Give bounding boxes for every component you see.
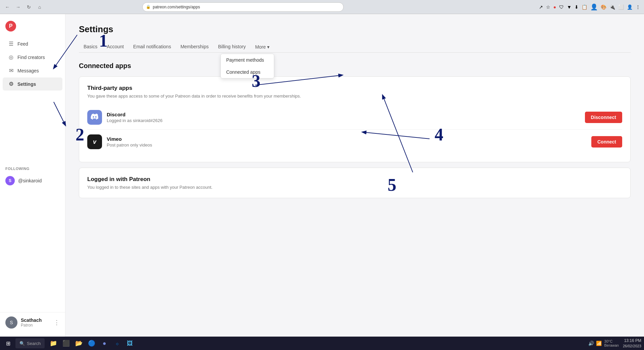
chrome-icon: 🔵 — [88, 340, 95, 347]
profile-icon[interactable]: 👤 — [626, 3, 634, 11]
clock-date: 26/02/2023 — [623, 344, 641, 349]
home-button[interactable]: ⌂ — [35, 2, 44, 12]
sidebar-item-find-creators[interactable]: ◎ Find creators — [3, 51, 62, 64]
patreon-logo[interactable]: P — [5, 21, 16, 32]
volume-icon[interactable]: 🔊 — [588, 341, 594, 346]
taskbar-app-explorer[interactable]: 📂 — [73, 337, 85, 349]
clock-time: 13:16 PM — [623, 338, 641, 344]
star-icon[interactable]: ☆ — [545, 3, 551, 11]
sidebar-item-label: Find creators — [17, 55, 45, 60]
ext-icon-7[interactable]: 🎨 — [600, 3, 607, 11]
sidebar-item-messages[interactable]: ✉ Messages — [3, 64, 62, 77]
taskbar-app-vscode[interactable]: ⬦ — [111, 337, 123, 349]
taskbar-search-label: Search — [27, 341, 41, 346]
taskbar-app-discord[interactable]: ● — [98, 337, 110, 349]
browser-chrome: ← → ↻ ⌂ 🔒 patreon.com/settings/apps ↗ ☆ … — [0, 0, 644, 14]
messages-icon: ✉ — [8, 67, 14, 74]
ext-icon-8[interactable]: 🔌 — [608, 3, 616, 11]
terminal-icon: ⬛ — [62, 340, 70, 347]
sidebar: P ☰ Feed ◎ Find creators ✉ Messages ⚙ Se… — [0, 14, 65, 337]
tab-email-notifications[interactable]: Email notifications — [129, 41, 176, 53]
tab-billing-history[interactable]: Billing history — [213, 41, 250, 53]
more-dropdown: Payment methods Connected apps — [220, 54, 274, 78]
taskbar-app-photos[interactable]: 🖼 — [124, 337, 136, 349]
taskbar-search-box[interactable]: 🔍 Search — [15, 338, 45, 348]
taskbar-clock: 13:16 PM 26/02/2023 — [623, 338, 641, 349]
taskbar-left: ⊞ 🔍 Search — [3, 338, 45, 349]
share-icon[interactable]: ↗ — [538, 3, 544, 11]
taskbar-system-icons: 🔊 📶 — [588, 341, 602, 346]
sidebar-bottom-user[interactable]: S Scathach Patron ⋮ — [0, 312, 65, 333]
sidebar-item-label: Settings — [17, 81, 36, 87]
files-icon: 📁 — [50, 340, 57, 347]
ext-icon-1[interactable]: ● — [552, 3, 557, 11]
taskbar-weather: 30°C Berawan — [604, 339, 619, 347]
sidebar-item-label: Messages — [17, 68, 39, 73]
discord-icon-wrap — [87, 110, 102, 125]
discord-app-name: Discord — [107, 112, 585, 117]
bottom-user-name: Scathach — [21, 317, 50, 323]
temperature: 30°C — [604, 339, 619, 343]
photos-icon: 🖼 — [127, 340, 133, 347]
tab-memberships[interactable]: Memberships — [176, 41, 213, 53]
vimeo-app-name: Vimeo — [107, 136, 591, 142]
find-creators-icon: ◎ — [8, 54, 14, 60]
following-label: FOLLOWING — [0, 164, 65, 173]
more-label: More ▾ — [255, 44, 269, 50]
user-handle: @sinkaroid — [18, 178, 42, 183]
taskbar-apps: 📁 ⬛ 📂 🔵 ● ⬦ 🖼 — [47, 337, 136, 349]
discord-taskbar-icon: ● — [103, 340, 106, 347]
settings-tabs: Basics Account Email notifications Membe… — [79, 41, 631, 53]
discord-app-info: Discord Logged in as sinkaroid#2626 — [107, 112, 585, 123]
main-content: Settings Basics Account Email notificati… — [65, 14, 644, 337]
sidebar-item-label: Feed — [17, 41, 28, 47]
ext-icon-2[interactable]: 🛡 — [558, 3, 565, 11]
vimeo-connect-button[interactable]: Connect — [591, 136, 622, 148]
explorer-icon: 📂 — [75, 340, 83, 347]
weather-location: Berawan — [604, 343, 619, 347]
taskbar-app-files[interactable]: 📁 — [47, 337, 59, 349]
search-icon: 🔍 — [19, 341, 25, 346]
ext-icon-9[interactable]: ⬜ — [617, 3, 625, 11]
vscode-icon: ⬦ — [115, 340, 119, 347]
sidebar-item-feed[interactable]: ☰ Feed — [3, 37, 62, 50]
taskbar-app-terminal[interactable]: ⬛ — [60, 337, 72, 349]
ext-icon-4[interactable]: ⬇ — [574, 3, 580, 11]
dropdown-payment-methods[interactable]: Payment methods — [221, 54, 274, 66]
tab-more[interactable]: More ▾ Payment methods Connected apps — [250, 42, 274, 52]
discord-disconnect-button[interactable]: Disconnect — [585, 112, 622, 123]
reload-button[interactable]: ↻ — [24, 2, 34, 12]
tab-account[interactable]: Account — [102, 41, 129, 53]
taskbar-right: 🔊 📶 30°C Berawan 13:16 PM 26/02/2023 — [588, 338, 641, 349]
forward-button[interactable]: → — [13, 2, 23, 12]
taskbar: ⊞ 🔍 Search 📁 ⬛ 📂 🔵 ● ⬦ 🖼 🔊 — [0, 337, 644, 350]
address-bar[interactable]: 🔒 patreon.com/settings/apps — [142, 2, 344, 12]
bottom-user-role: Patron — [21, 323, 50, 328]
lock-icon: 🔒 — [146, 5, 151, 9]
browser-toolbar-icons: ↗ ☆ ● 🛡 ▼ ⬇ 📋 👤 🎨 🔌 ⬜ 👤 ⋮ — [538, 2, 641, 12]
sidebar-logo[interactable]: P — [0, 18, 65, 37]
menu-icon[interactable]: ⋮ — [635, 3, 641, 11]
back-button[interactable]: ← — [3, 2, 12, 12]
user-avatar: S — [5, 176, 15, 185]
vimeo-icon-wrap: v — [87, 134, 102, 149]
following-user-sinkaroid[interactable]: S @sinkaroid — [0, 173, 65, 188]
vimeo-app-info: Vimeo Post patron only videos — [107, 136, 591, 148]
network-icon[interactable]: 📶 — [596, 341, 602, 346]
windows-logo-icon: ⊞ — [6, 340, 10, 347]
logged-in-patreon-card: Logged in with Patreon You logged in to … — [79, 168, 631, 198]
app-row-discord: Discord Logged in as sinkaroid#2626 Disc… — [87, 105, 622, 130]
bottom-menu-button[interactable]: ⋮ — [54, 319, 60, 326]
third-party-apps-card: Third-party apps You gave these apps acc… — [79, 76, 631, 162]
tab-basics[interactable]: Basics — [79, 41, 102, 53]
taskbar-app-chrome[interactable]: 🔵 — [86, 337, 98, 349]
ext-icon-6[interactable]: 👤 — [589, 2, 599, 12]
ext-icon-3[interactable]: ▼ — [566, 3, 573, 11]
ext-icon-5[interactable]: 📋 — [581, 3, 588, 11]
windows-start-button[interactable]: ⊞ — [3, 338, 13, 349]
sidebar-item-settings[interactable]: ⚙ Settings — [3, 77, 62, 91]
logged-in-description: You logged in to these sites and apps wi… — [87, 185, 622, 190]
dropdown-connected-apps[interactable]: Connected apps — [221, 66, 274, 78]
vimeo-app-desc: Post patron only videos — [107, 142, 591, 148]
logged-in-desc-text: You logged in to these sites and apps wi… — [87, 185, 212, 190]
